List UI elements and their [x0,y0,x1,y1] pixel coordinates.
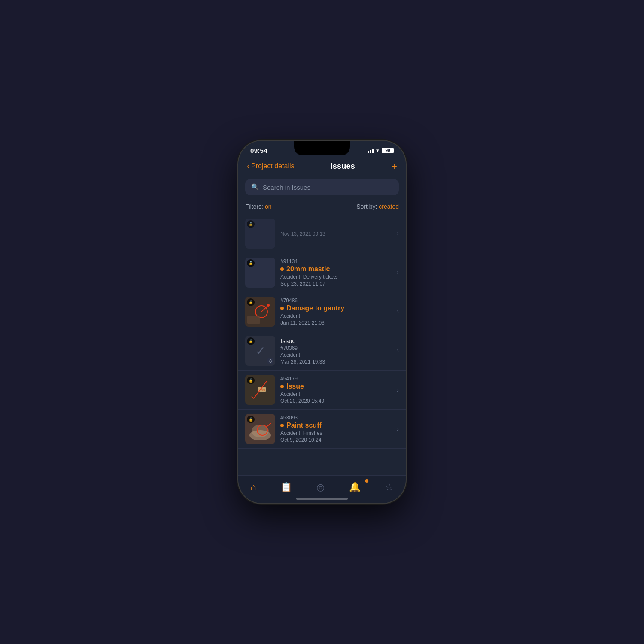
thumb-annotation-svg [245,414,275,444]
chevron-right-icon: › [397,425,399,433]
chevron-right-icon: › [397,230,399,237]
search-bar[interactable]: 🔍 Search in Issues [245,179,399,195]
lock-icon: 🔒 [247,259,255,267]
issue-title: Paint scuff [286,422,322,429]
issue-thumb-70369: 🔒 ✓ 8 [245,336,275,366]
chevron-right-icon: › [397,308,399,316]
filter-row: Filters: on Sort by: created [238,200,406,214]
placeholder-icon: ⋯ [256,267,264,278]
checkmark-icon: ✓ [255,344,265,358]
issue-content-91134: #91134 20mm mastic Accident, Delivery ti… [280,258,392,287]
issue-content-54179: #54179 Issue Accident Oct 20, 2020 15:49 [280,376,392,404]
battery-icon: 99 [382,148,394,153]
issue-thumb-54179: 🔒 tests [245,375,275,405]
issue-id: #53093 [280,415,392,421]
issue-date-partial: Nov 13, 2021 09:13 [280,231,325,237]
issue-content-70369: Issue #70369 Accident Mar 28, 2021 19:33 [280,337,392,365]
phone-frame: 09:54 ▾ 99 ‹ Project details Issues + [238,141,406,503]
status-dot [280,267,284,271]
issue-title: Issue [280,337,296,344]
search-icon: 🔍 [251,183,259,191]
issue-item-70369[interactable]: 🔒 ✓ 8 Issue #70369 Accident Mar 28, 2021… [238,331,406,371]
phone-notch [294,141,350,155]
sort-control[interactable]: Sort by: created [356,203,399,210]
search-container: 🔍 Search in Issues [238,176,406,200]
count-badge: 8 [267,358,273,364]
issue-item-partial[interactable]: 🔒 Nov 13, 2021 09:13 › [238,214,406,253]
status-time: 09:54 [250,147,267,154]
camera-icon: ◎ [316,482,325,493]
back-button[interactable]: ‹ Project details [247,162,295,171]
back-label: Project details [251,162,295,170]
tab-notifications[interactable]: 🔔 [342,480,368,495]
clipboard-icon: 📋 [280,482,292,493]
filter-status[interactable]: on [265,203,272,210]
lock-icon: 🔒 [247,220,255,228]
home-icon: ⌂ [250,482,256,493]
issue-id: #54179 [280,376,392,382]
nav-header: ‹ Project details Issues + [238,158,406,176]
issue-id: #70369 [280,345,392,351]
issue-item-79486[interactable]: 🔒 #79486 Damage to gantry Accident [238,292,406,331]
issue-tags: Accident [280,352,392,358]
notification-dot [365,479,369,483]
issue-thumb-91134: 🔒 ⋯ [245,258,275,288]
tab-camera[interactable]: ◎ [310,480,331,495]
issue-date: Mar 28, 2021 19:33 [280,359,392,365]
issue-thumb-partial: 🔒 [245,219,275,249]
star-icon: ☆ [385,482,394,493]
svg-point-2 [267,304,270,307]
tab-favorites[interactable]: ☆ [378,480,401,495]
search-placeholder: Search in Issues [263,184,310,191]
add-button[interactable]: + [391,161,397,171]
issue-tags: Accident [280,313,392,319]
issue-date: Sep 23, 2021 11:07 [280,281,392,287]
issue-content-53093: #53093 Paint scuff Accident, Finishes Oc… [280,415,392,443]
tab-home[interactable]: ⌂ [243,480,263,495]
issue-tags: Accident, Delivery tickets [280,274,392,280]
issue-id: #79486 [280,298,392,304]
thumb-annotation-svg [245,297,275,327]
status-dot [280,385,284,388]
issue-tags: Accident, Finishes [280,430,392,436]
svg-rect-3 [247,316,260,324]
chevron-right-icon: › [397,269,399,276]
home-indicator [296,498,348,500]
wifi-icon: ▾ [376,147,379,154]
issue-id: #91134 [280,258,392,264]
issue-date: Oct 20, 2020 15:49 [280,398,392,404]
issue-item-54179[interactable]: 🔒 tests #54179 Issue Accident O [238,371,406,410]
page-title: Issues [331,162,355,171]
screen: 09:54 ▾ 99 ‹ Project details Issues + [238,141,406,503]
thumb-annotation-svg: tests [245,375,275,405]
issue-item-91134[interactable]: 🔒 ⋯ #91134 20mm mastic Accident, Deliver… [238,253,406,292]
svg-line-10 [267,423,271,427]
issue-item-53093[interactable]: 🔒 #53093 Paint scuff Accident, Finishes [238,410,406,449]
issue-thumb-79486: 🔒 [245,297,275,327]
status-icons: ▾ 99 [368,147,394,154]
status-dot [280,307,284,310]
signal-icon [368,148,374,153]
issues-list: 🔒 Nov 13, 2021 09:13 › 🔒 ⋯ #91134 [238,214,406,475]
issue-title: Damage to gantry [286,304,344,312]
issue-thumb-53093: 🔒 [245,414,275,444]
filter-label: Filters: on [245,203,271,210]
sort-value: created [379,203,399,210]
bell-icon: 🔔 [349,482,361,493]
issue-content-79486: #79486 Damage to gantry Accident Jun 11,… [280,298,392,326]
issue-title: Issue [286,383,304,390]
issue-date: Oct 9, 2020 10:24 [280,437,392,443]
chevron-left-icon: ‹ [247,162,249,171]
chevron-right-icon: › [397,386,399,394]
tab-clipboard[interactable]: 📋 [273,480,299,495]
issue-tags: Accident [280,391,392,397]
issue-content-partial: Nov 13, 2021 09:13 [280,230,392,237]
issue-title: 20mm mastic [286,265,330,273]
chevron-right-icon: › [397,347,399,355]
status-dot [280,424,284,427]
issue-date: Jun 11, 2021 21:03 [280,320,392,326]
lock-icon: 🔒 [247,337,255,345]
